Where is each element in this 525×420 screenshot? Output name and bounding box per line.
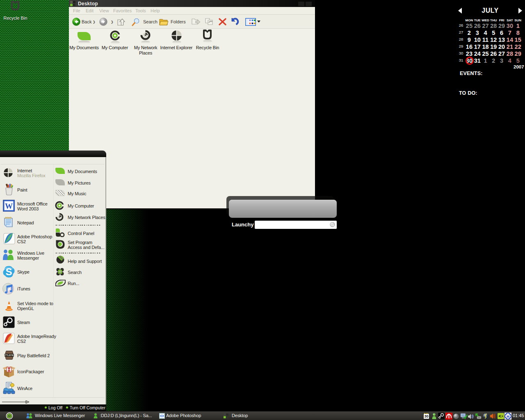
svg-text:M: M (507, 415, 509, 418)
svg-text:W: W (5, 202, 13, 210)
svg-text:S: S (5, 266, 12, 277)
svg-text:BATTLEFIELD: BATTLEFIELD (4, 354, 15, 356)
